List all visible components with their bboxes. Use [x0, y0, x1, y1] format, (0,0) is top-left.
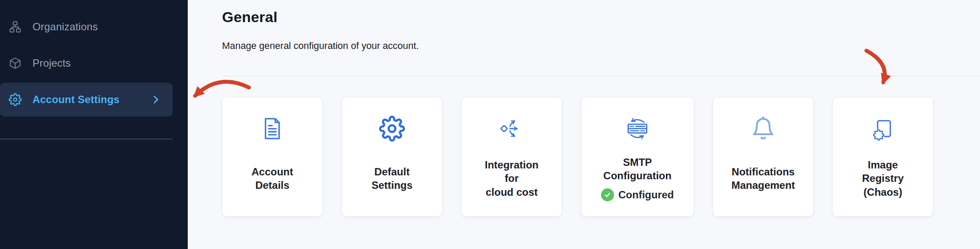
smtp-server-sync-icon — [623, 114, 652, 143]
bell-icon — [751, 114, 776, 143]
sidebar-item-label: Projects — [33, 57, 71, 69]
gear-icon — [379, 114, 405, 143]
main-content: General Manage general configuration of … — [188, 0, 980, 249]
card-label: Integration for cloud cost — [485, 158, 539, 199]
smtp-status: Configured — [601, 188, 674, 201]
card-smtp-configuration[interactable]: SMTP Configuration Configured — [581, 97, 694, 217]
card-notifications-management[interactable]: Notifications Management — [713, 97, 813, 217]
gear-icon — [9, 93, 22, 106]
cube-icon — [9, 57, 22, 70]
card-label: SMTP Configuration — [603, 155, 671, 182]
document-icon — [260, 114, 285, 143]
registry-gear-icon — [869, 114, 896, 143]
sidebar-item-organizations[interactable]: Organizations — [0, 10, 173, 44]
sidebar-item-label: Account Settings — [33, 94, 120, 106]
card-integration-cloud-cost[interactable]: Integration for cloud cost — [461, 97, 562, 217]
card-account-details[interactable]: Account Details — [222, 97, 323, 217]
card-label: Notifications Management — [732, 165, 795, 192]
page-title: General — [222, 9, 980, 26]
sidebar-item-label: Organizations — [33, 21, 98, 33]
section-divider — [222, 76, 980, 76]
sidebar-item-projects[interactable]: Projects — [0, 46, 173, 80]
sidebar: Organizations Projects Account Settings — [0, 0, 188, 249]
status-label: Configured — [618, 189, 674, 201]
org-chart-icon — [9, 20, 22, 33]
page-subtitle: Manage general configuration of your acc… — [222, 40, 980, 52]
check-circle-icon — [601, 188, 614, 201]
card-default-settings[interactable]: Default Settings — [342, 97, 442, 217]
card-label: Account Details — [252, 165, 293, 192]
card-label: Default Settings — [372, 165, 413, 192]
scatter-arrows-icon — [500, 114, 524, 143]
card-label: Image Registry (Chaos) — [862, 158, 904, 199]
sidebar-item-account-settings[interactable]: Account Settings — [0, 83, 173, 116]
chevron-right-icon — [150, 94, 161, 105]
card-image-registry-chaos[interactable]: Image Registry (Chaos) — [833, 97, 933, 217]
settings-card-grid: Account Details Default Settings — [222, 97, 980, 217]
sidebar-divider — [0, 139, 173, 139]
